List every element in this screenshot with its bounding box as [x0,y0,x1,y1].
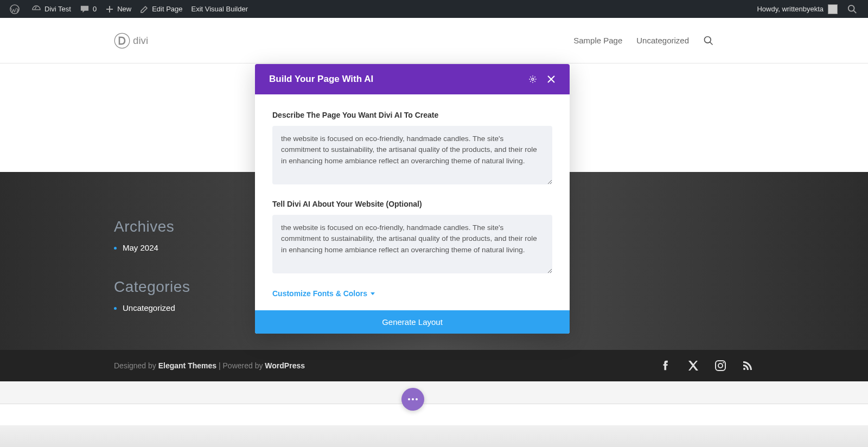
browser-chrome [0,425,868,447]
modal-close-button[interactable] [547,75,556,84]
designed-by-text: Designed by [114,361,158,370]
main-nav: Sample Page Uncategorized [573,35,846,46]
avatar [828,4,838,14]
plus-icon [105,5,114,14]
pencil-icon [140,5,149,14]
dashboard-icon [31,5,41,14]
comments-count: 0 [93,5,97,13]
svg-point-2 [114,33,130,48]
nav-sample-page[interactable]: Sample Page [573,36,622,45]
rss-icon[interactable] [741,359,754,372]
ellipsis-icon [408,398,418,400]
x-twitter-icon[interactable] [687,359,700,372]
modal-body: Describe The Page You Want Divi AI To Cr… [255,94,570,310]
svg-point-1 [848,5,854,11]
generate-layout-button[interactable]: Generate Layout [255,310,570,334]
describe-page-label: Describe The Page You Want Divi AI To Cr… [272,111,552,119]
powered-by-text: | Powered by [216,361,265,370]
modal-header-icons [528,75,556,84]
elegant-themes-link[interactable]: Elegant Themes [158,361,216,370]
close-icon [547,75,556,84]
user-menu[interactable]: Howdy, writtenbyekta [752,0,842,18]
facebook-icon[interactable] [661,359,673,371]
modal-header: Build Your Page With AI [255,64,570,94]
divi-fab-button[interactable] [401,388,424,411]
divi-logo-icon: divi [114,29,168,53]
wordpress-icon [10,4,20,14]
svg-text:divi: divi [133,35,148,46]
comments-menu[interactable]: 0 [75,0,101,18]
site-name-label: Divi Test [44,5,71,13]
svg-point-8 [743,368,745,370]
admin-bar-right: Howdy, writtenbyekta [752,0,863,18]
svg-point-4 [705,36,711,43]
svg-point-6 [718,363,723,368]
instagram-icon[interactable] [714,359,727,372]
comment-icon [80,5,90,14]
admin-bar-left: Divi Test 0 New Edit Page Exit Visual Bu… [5,0,252,18]
wp-logo-menu[interactable] [5,0,27,18]
svg-point-7 [723,362,724,363]
footer-credits: Designed by Elegant Themes | Powered by … [114,361,305,370]
wp-admin-bar: Divi Test 0 New Edit Page Exit Visual Bu… [0,0,868,18]
site-logo[interactable]: divi [22,29,168,53]
search-icon [703,35,714,46]
customize-link-label: Customize Fonts & Colors [272,289,367,298]
edit-page-label: Edit Page [152,5,182,13]
site-name-menu[interactable]: Divi Test [27,0,75,18]
modal-title: Build Your Page With AI [269,74,373,85]
howdy-label: Howdy, writtenbyekta [757,5,824,13]
search-icon [847,4,857,14]
svg-point-9 [532,78,534,80]
chevron-down-icon [371,292,375,295]
describe-page-textarea[interactable] [272,126,552,184]
new-label: New [117,5,131,13]
site-header: divi Sample Page Uncategorized [0,18,868,63]
edit-page-menu[interactable]: Edit Page [136,0,187,18]
modal-settings-button[interactable] [528,75,537,84]
nav-uncategorized[interactable]: Uncategorized [636,36,689,45]
admin-search-button[interactable] [842,0,863,18]
ai-builder-modal: Build Your Page With AI Describe The Pag… [255,64,570,334]
customize-fonts-colors-link[interactable]: Customize Fonts & Colors [272,289,375,298]
exit-builder-menu[interactable]: Exit Visual Builder [187,0,253,18]
wordpress-link[interactable]: WordPress [265,361,305,370]
about-website-textarea[interactable] [272,215,552,273]
gear-icon [528,75,537,84]
nav-search-button[interactable] [703,35,714,46]
about-website-label: Tell Divi AI About Your Website (Optiona… [272,200,552,208]
exit-builder-label: Exit Visual Builder [192,5,248,13]
social-icons [661,359,754,372]
site-footer: Designed by Elegant Themes | Powered by … [0,350,868,381]
new-content-menu[interactable]: New [101,0,136,18]
